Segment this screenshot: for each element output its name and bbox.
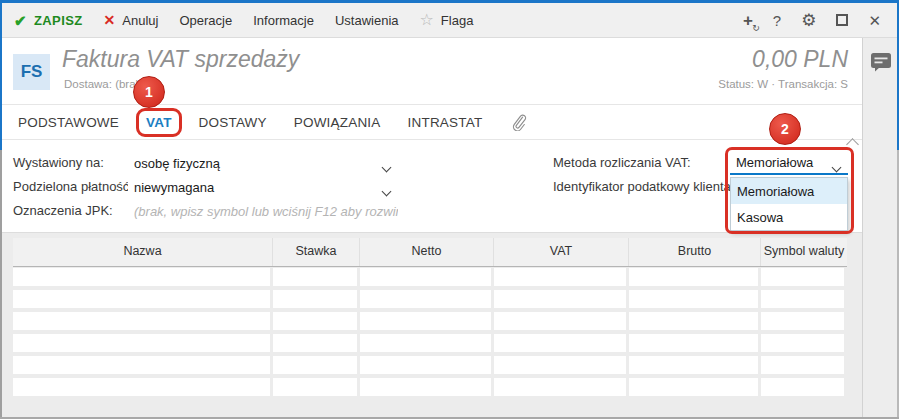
table-cell[interactable] — [273, 378, 360, 400]
tab-powiazania[interactable]: POWIĄZANIA — [294, 115, 381, 130]
table-cell[interactable] — [494, 268, 629, 290]
split-payment-value: niewymagana — [134, 180, 214, 195]
table-cell[interactable] — [629, 334, 761, 356]
save-button-label: ZAPISZ — [34, 13, 83, 28]
table-cell[interactable] — [13, 312, 273, 334]
annotation-step-1: 1 — [133, 76, 165, 108]
issued-to-label: Wystawiony na: — [13, 151, 104, 175]
table-cell[interactable] — [494, 334, 629, 356]
star-icon: ☆ — [420, 12, 434, 28]
table-cell[interactable] — [360, 334, 494, 356]
toolbar: ✔ ZAPISZ ✕ Anuluj Operacje Informacje Us… — [2, 3, 897, 38]
tab-vat[interactable]: VAT — [146, 115, 172, 130]
table-cell[interactable] — [629, 290, 761, 312]
table-cell[interactable] — [360, 290, 494, 312]
table-cell[interactable] — [494, 290, 629, 312]
table-cell[interactable] — [629, 356, 761, 378]
table-cell[interactable] — [629, 268, 761, 290]
menu-operations[interactable]: Operacje — [179, 13, 232, 28]
menu-information[interactable]: Informacje — [253, 13, 314, 28]
vat-method-select[interactable]: Memoriałowa — [730, 151, 848, 175]
total-amount: 0,00 PLN — [752, 46, 848, 73]
issued-to-value: osobę fizyczną — [134, 156, 220, 171]
table-cell[interactable] — [273, 312, 360, 334]
tab-intrastat[interactable]: INTRASTAT — [408, 115, 483, 130]
toolbar-window-controls: + ↻ ? ⚙ ✕ — [743, 12, 897, 29]
pin-window-icon[interactable]: + ↻ — [743, 12, 753, 29]
chevron-down-icon — [383, 183, 390, 198]
vat-items-table-area: Nazwa Stawka Netto VAT Brutto Symbol wal… — [2, 232, 862, 417]
comment-icon[interactable] — [870, 52, 892, 76]
table-cell[interactable] — [13, 378, 273, 400]
flag-button[interactable]: ☆ Flaga — [420, 12, 474, 28]
table-header-row: Nazwa Stawka Netto VAT Brutto Symbol wal… — [13, 238, 847, 267]
status-line: Status: W · Transakcja: S — [718, 78, 848, 90]
gear-icon[interactable]: ⚙ — [801, 12, 816, 29]
vat-method-dropdown-list: Memoriałowa Kasowa — [730, 177, 848, 231]
invoice-window: ✔ ZAPISZ ✕ Anuluj Operacje Informacje Us… — [0, 0, 899, 419]
menu-operations-label: Operacje — [179, 13, 232, 28]
attachment-paperclip-icon[interactable] — [511, 114, 527, 131]
cancel-button[interactable]: ✕ Anuluj — [104, 13, 159, 28]
column-header-symbol-waluty[interactable]: Symbol waluty — [761, 238, 847, 266]
menu-settings[interactable]: Ustawienia — [335, 13, 399, 28]
table-cell[interactable] — [360, 378, 494, 400]
cross-icon: ✕ — [104, 13, 116, 27]
tab-podstawowe[interactable]: PODSTAWOWE — [18, 115, 119, 130]
table-cell[interactable] — [629, 378, 761, 400]
table-cell[interactable] — [494, 378, 629, 400]
help-icon[interactable]: ? — [773, 13, 781, 28]
tab-bar: PODSTAWOWE VAT DOSTAWY POWIĄZANIA INTRAS… — [2, 104, 862, 140]
table-cell[interactable] — [360, 312, 494, 334]
close-icon[interactable]: ✕ — [868, 13, 881, 28]
plus-sub-glyph: ↻ — [752, 24, 760, 33]
check-icon: ✔ — [14, 13, 27, 28]
jpk-input[interactable] — [128, 199, 398, 223]
tab-dostawy[interactable]: DOSTAWY — [199, 115, 267, 130]
cancel-button-label: Anuluj — [122, 13, 158, 28]
table-cell[interactable] — [273, 290, 360, 312]
split-payment-label: Podzielona płatność: — [13, 175, 133, 199]
vat-method-label: Metoda rozliczania VAT: — [553, 151, 691, 175]
table-cell[interactable] — [494, 312, 629, 334]
tax-id-label: Identyfikator podatkowy klienta: — [553, 175, 734, 199]
table-cell[interactable] — [360, 356, 494, 378]
dropdown-option-memorialowa[interactable]: Memoriałowa — [731, 178, 847, 204]
vat-form: Wystawiony na: osobę fizyczną Podzielona… — [2, 140, 862, 232]
column-header-netto[interactable]: Netto — [360, 238, 494, 266]
jpk-label: Oznaczenia JPK: — [13, 199, 113, 223]
table-cell[interactable] — [360, 268, 494, 290]
table-cell[interactable] — [761, 312, 847, 334]
column-header-brutto[interactable]: Brutto — [629, 238, 761, 266]
table-cell[interactable] — [629, 312, 761, 334]
table-cell[interactable] — [761, 334, 847, 356]
table-cell[interactable] — [761, 378, 847, 400]
annotation-step-2: 2 — [769, 113, 801, 145]
table-cell[interactable] — [13, 356, 273, 378]
issued-to-select[interactable]: osobę fizyczną — [128, 151, 398, 175]
table-cell[interactable] — [13, 268, 273, 290]
table-cell[interactable] — [13, 334, 273, 356]
flag-button-label: Flaga — [441, 13, 474, 28]
split-payment-select[interactable]: niewymagana — [128, 175, 398, 199]
table-cell[interactable] — [761, 356, 847, 378]
table-cell[interactable] — [273, 334, 360, 356]
page-title: Faktura VAT sprzedaży — [62, 46, 299, 73]
table-cell[interactable] — [273, 356, 360, 378]
column-header-vat[interactable]: VAT — [494, 238, 629, 266]
maximize-icon[interactable] — [836, 13, 848, 28]
column-header-stawka[interactable]: Stawka — [273, 238, 360, 266]
table-cell[interactable] — [761, 290, 847, 312]
table-body — [13, 268, 847, 400]
table-cell[interactable] — [761, 268, 847, 290]
table-cell[interactable] — [273, 268, 360, 290]
column-header-nazwa[interactable]: Nazwa — [13, 238, 273, 266]
window-border-left — [0, 0, 2, 419]
save-button[interactable]: ✔ ZAPISZ — [14, 13, 83, 28]
chevron-down-icon — [833, 159, 840, 174]
dropdown-option-kasowa[interactable]: Kasowa — [731, 204, 847, 230]
table-cell[interactable] — [494, 356, 629, 378]
table-cell[interactable] — [13, 290, 273, 312]
document-header: FS Faktura VAT sprzedaży Dostawa: (brak)… — [2, 38, 862, 104]
right-side-rail — [862, 38, 897, 417]
